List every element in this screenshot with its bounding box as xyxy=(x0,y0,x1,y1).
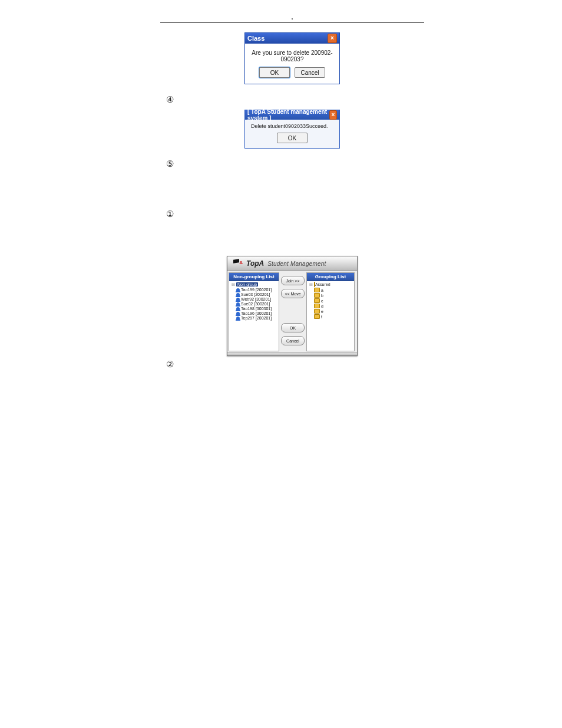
class-dialog: Class × Are you sure to delete 200902-09… xyxy=(244,32,340,84)
list-item[interactable]: d xyxy=(314,303,353,308)
user-icon xyxy=(236,293,240,297)
spacer xyxy=(160,224,424,248)
student-name: Tep297 [200201] xyxy=(241,316,272,320)
class-dialog-title: Class xyxy=(247,35,265,42)
success-dialog-buttons: OK xyxy=(245,131,339,148)
list-item[interactable]: f xyxy=(314,314,353,319)
group-name: a xyxy=(321,288,323,292)
step-1-marker: ① xyxy=(166,209,177,218)
group-name: d xyxy=(321,304,323,308)
folder-icon xyxy=(314,304,320,308)
step-4-marker: ④ xyxy=(166,95,177,104)
student-management-window: A TopA Student Management Non-grouping L… xyxy=(227,256,358,356)
folder-icon xyxy=(314,314,320,319)
folder-icon xyxy=(314,288,320,292)
student-name: Tao196 [300201] xyxy=(241,311,272,315)
non-grouping-tree[interactable]: ⊟ Non-group Tao199 [200201] Sue03 [20020… xyxy=(229,281,279,321)
brand-subtitle: Student Management xyxy=(267,261,326,267)
list-item[interactable]: c xyxy=(314,298,353,303)
student-name: Sue02 [300201] xyxy=(241,302,270,306)
group-name: b xyxy=(321,294,323,298)
step-2-marker: ② xyxy=(166,360,177,368)
grouping-tree[interactable]: ⊟ Assured a b c d e f xyxy=(307,281,354,320)
list-item[interactable]: Sue02 [300201] xyxy=(236,301,277,306)
non-grouping-column: Non-grouping List ⊟ Non-group Tao199 [20… xyxy=(229,272,279,351)
list-item[interactable]: Tao198 [300301] xyxy=(236,306,277,311)
group-name: e xyxy=(321,309,323,314)
ok-button[interactable]: OK xyxy=(281,323,305,332)
step-4-row: ④ xyxy=(166,95,424,104)
student-name: Sue03 [200201] xyxy=(241,292,270,297)
list-item[interactable]: Web92 [300201] xyxy=(236,297,277,301)
non-grouping-panel: Non-grouping List ⊟ Non-group Tao199 [20… xyxy=(229,272,279,351)
step-1-row: ① xyxy=(166,209,424,218)
user-icon xyxy=(236,317,240,320)
list-item[interactable]: Tep297 [200201] xyxy=(236,315,277,320)
success-dialog-title: [ TopA Student management system ] xyxy=(247,108,329,121)
ok-button[interactable]: OK xyxy=(259,67,290,78)
figure-class-dialog: Class × Are you sure to delete 200902-09… xyxy=(160,32,424,84)
content-column: ’ Class × Are you sure to delete 200902-… xyxy=(160,32,424,374)
success-dialog: [ TopA Student management system ] × Del… xyxy=(244,110,340,149)
grouping-header: Grouping List xyxy=(307,273,354,281)
folder-icon xyxy=(314,293,320,298)
group-root[interactable]: Assured xyxy=(315,282,330,286)
group-name: c xyxy=(321,299,323,303)
grouping-panel: Grouping List ⊟ Assured a b c d e f xyxy=(306,272,355,351)
figure-success-dialog: [ TopA Student management system ] × Del… xyxy=(160,110,424,149)
student-name: Tao198 [300301] xyxy=(241,307,272,311)
page-header-mark: ’ xyxy=(160,17,424,22)
document-page: ’ Class × Are you sure to delete 200902-… xyxy=(0,0,562,728)
transfer-buttons-column: Join >> << Move OK Cancel xyxy=(280,272,305,351)
class-dialog-buttons: OK Cancel xyxy=(245,67,339,84)
user-icon xyxy=(236,307,240,311)
step-5-row: ⑤ xyxy=(166,159,424,168)
class-dialog-message: Are you sure to delete 200902-090203? xyxy=(245,44,339,67)
spacer xyxy=(160,174,424,207)
student-management-body: Non-grouping List ⊟ Non-group Tao199 [20… xyxy=(227,271,357,353)
success-dialog-message: Delete student0902033Succeed. xyxy=(245,120,339,131)
join-button[interactable]: Join >> xyxy=(281,276,305,285)
folder-icon xyxy=(314,298,320,303)
student-name: Web92 [300201] xyxy=(241,297,271,301)
move-button[interactable]: << Move xyxy=(281,289,305,298)
user-icon xyxy=(236,298,240,301)
non-group-root[interactable]: Non-group xyxy=(236,282,258,286)
group-name: f xyxy=(321,315,322,319)
grouping-column: Grouping List ⊟ Assured a b c d e f xyxy=(306,272,355,351)
user-icon xyxy=(236,312,240,315)
brand-name: TopA xyxy=(246,259,264,268)
student-management-titlebar: A TopA Student Management xyxy=(227,256,357,271)
close-icon[interactable]: × xyxy=(329,110,337,120)
topa-logo-icon: A xyxy=(232,259,243,268)
user-icon xyxy=(236,302,240,306)
list-item[interactable]: Tao199 [200201] xyxy=(236,287,277,292)
ok-button[interactable]: OK xyxy=(277,133,308,143)
list-item[interactable]: a xyxy=(314,287,353,292)
list-item[interactable]: e xyxy=(314,308,353,314)
list-item[interactable]: Sue03 [200201] xyxy=(236,292,277,297)
figure-student-management: A TopA Student Management Non-grouping L… xyxy=(160,256,424,356)
folder-icon xyxy=(314,309,320,314)
list-item[interactable]: b xyxy=(314,292,353,298)
close-icon[interactable]: × xyxy=(328,34,337,43)
cancel-button[interactable]: Cancel xyxy=(281,336,305,345)
non-grouping-header: Non-grouping List xyxy=(229,273,279,281)
student-name: Tao199 [200201] xyxy=(241,288,272,292)
step-5-marker: ⑤ xyxy=(166,159,177,168)
success-dialog-titlebar: [ TopA Student management system ] × xyxy=(245,110,339,120)
step-2-row: ② xyxy=(166,360,424,368)
student-management-footer xyxy=(227,353,357,355)
cancel-button[interactable]: Cancel xyxy=(295,67,325,78)
user-icon xyxy=(236,288,240,292)
list-item[interactable]: Tao196 [300201] xyxy=(236,311,277,315)
class-dialog-titlebar: Class × xyxy=(245,33,339,44)
